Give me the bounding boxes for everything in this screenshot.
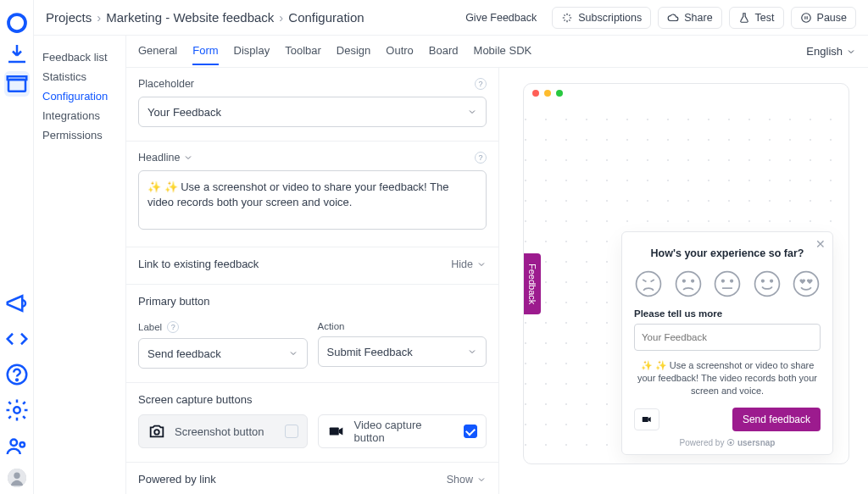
svg-point-16 (715, 272, 740, 297)
primary-label-value: Send feedback (147, 347, 221, 360)
help-icon[interactable]: ? (475, 78, 487, 90)
close-icon[interactable]: ✕ (815, 237, 826, 251)
pause-button[interactable]: Pause (791, 7, 856, 29)
download-icon[interactable] (4, 41, 30, 66)
rating-faces (634, 269, 821, 298)
tab-display[interactable]: Display (234, 44, 270, 65)
link-section-title: Link to existing feedback (138, 258, 259, 270)
video-button-option[interactable]: Video capture button (318, 414, 487, 448)
language-select[interactable]: English (806, 45, 856, 58)
svg-point-21 (770, 280, 772, 283)
face-neutral-icon[interactable] (713, 269, 742, 298)
feedback-side-tab[interactable]: Feedback (524, 253, 541, 314)
video-label: Video capture button (353, 419, 455, 444)
svg-point-22 (794, 272, 819, 297)
widget-send-button[interactable]: Send feedback (732, 408, 821, 431)
link-section-toggle[interactable]: Hide (451, 258, 487, 270)
video-icon (640, 414, 654, 425)
browser-chrome (524, 84, 849, 103)
avatar[interactable] (8, 469, 26, 487)
svg-point-14 (682, 280, 685, 283)
svg-rect-23 (643, 417, 648, 422)
tab-toolbar[interactable]: Toolbar (285, 44, 321, 65)
breadcrumb: Projects › Marketing - Website feedback … (46, 10, 364, 25)
placeholder-value: Your Feedback (147, 106, 221, 119)
sidenav-statistics[interactable]: Statistics (42, 67, 117, 86)
topbar: Projects › Marketing - Website feedback … (34, 0, 868, 36)
tab-board[interactable]: Board (429, 44, 459, 65)
subscriptions-button[interactable]: Subscriptions (552, 7, 651, 29)
sparkle-icon (561, 12, 573, 24)
widget-title: How's your experience so far? (634, 247, 821, 259)
powered-toggle[interactable]: Show (447, 474, 487, 486)
primary-action-select[interactable]: Submit Feedback (318, 336, 487, 367)
chevron-right-icon: › (97, 10, 101, 25)
video-checkbox[interactable] (464, 425, 477, 438)
help-icon[interactable]: ? (167, 321, 179, 333)
test-label: Test (755, 12, 775, 24)
browser-preview: Feedback ✕ How's your experience so far? (523, 83, 849, 464)
test-button[interactable]: Test (729, 7, 784, 29)
tab-form[interactable]: Form (192, 44, 218, 65)
face-love-icon[interactable] (792, 269, 821, 298)
give-feedback-button[interactable]: Give Feedback (457, 8, 545, 28)
svg-point-6 (19, 442, 25, 447)
help-icon[interactable]: ? (475, 152, 487, 164)
screenshot-button-option[interactable]: Screenshot button (138, 414, 308, 448)
share-label: Share (684, 12, 712, 24)
widget-video-button[interactable] (634, 408, 659, 430)
svg-point-3 (16, 379, 18, 380)
powered-title: Powered by link (138, 473, 216, 486)
tab-general[interactable]: General (138, 44, 177, 65)
share-button[interactable]: Share (658, 7, 721, 29)
feedback-widget: ✕ How's your experience so far? Please (621, 231, 833, 455)
crumb-project[interactable]: Marketing - Website feedback (106, 10, 274, 25)
placeholder-select[interactable]: Your Feedback (138, 97, 487, 127)
primary-button-title: Primary button (138, 295, 487, 308)
gear-icon[interactable] (4, 397, 30, 423)
sidenav-permissions[interactable]: Permissions (42, 125, 117, 145)
language-label: English (806, 45, 843, 58)
team-icon[interactable] (4, 433, 30, 458)
chevron-down-icon[interactable] (183, 153, 193, 163)
headline-input[interactable] (138, 170, 487, 230)
tab-outro[interactable]: Outro (386, 44, 414, 65)
camera-icon (147, 422, 166, 441)
svg-point-8 (14, 473, 19, 479)
face-happy-icon[interactable] (753, 269, 782, 298)
code-icon[interactable] (4, 326, 30, 352)
screenshot-checkbox[interactable] (285, 425, 298, 438)
video-icon (327, 422, 346, 441)
face-angry-icon[interactable] (634, 269, 663, 298)
form-column: Placeholder ? Your Feedback H (126, 68, 499, 494)
chevron-down-icon (476, 475, 487, 485)
powered-toggle-label: Show (447, 474, 473, 486)
preview-column: Feedback ✕ How's your experience so far? (499, 68, 868, 494)
screen-capture-title: Screen capture buttons (138, 393, 487, 406)
primary-label-select[interactable]: Send feedback (138, 338, 308, 369)
svg-point-10 (154, 430, 159, 435)
traffic-light-red (532, 90, 539, 97)
sidenav-feedback-list[interactable]: Feedback list (42, 47, 117, 67)
svg-point-9 (801, 13, 810, 22)
tab-mobile-sdk[interactable]: Mobile SDK (474, 44, 532, 65)
archive-icon[interactable] (4, 71, 30, 97)
widget-help: ✨ ✨ Use a screenshot or video to share y… (634, 359, 821, 397)
chevron-down-icon (467, 107, 477, 117)
crumb-page: Configuration (288, 10, 364, 25)
tab-design[interactable]: Design (337, 44, 370, 65)
sidenav-integrations[interactable]: Integrations (42, 106, 117, 125)
face-sad-icon[interactable] (674, 269, 703, 298)
megaphone-icon[interactable] (4, 291, 30, 316)
widget-input[interactable] (634, 324, 821, 351)
svg-point-20 (761, 280, 764, 283)
sidenav-configuration[interactable]: Configuration (42, 86, 117, 106)
traffic-light-yellow (544, 90, 551, 97)
cloud-icon (667, 12, 679, 24)
svg-point-5 (10, 440, 17, 447)
chevron-down-icon (288, 348, 298, 358)
logo-icon[interactable] (4, 10, 30, 36)
help-icon[interactable] (4, 362, 30, 387)
crumb-projects[interactable]: Projects (46, 10, 92, 25)
svg-point-19 (754, 272, 779, 297)
